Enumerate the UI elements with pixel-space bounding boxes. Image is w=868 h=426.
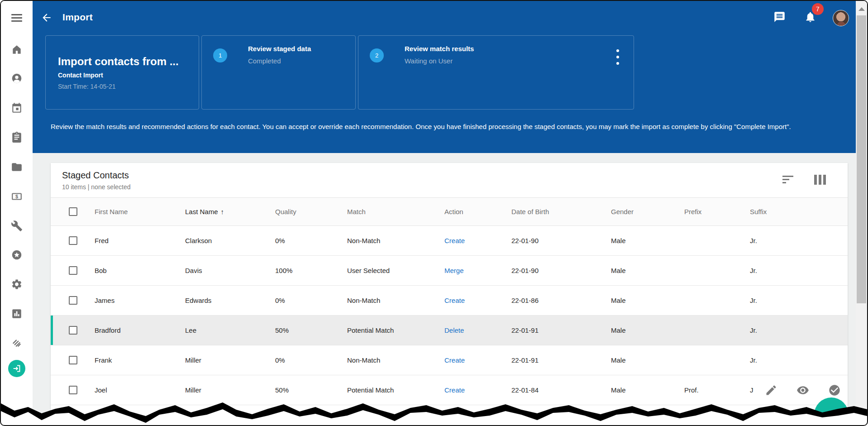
row-checkbox[interactable] bbox=[69, 326, 77, 335]
job-type: Contact Import bbox=[58, 72, 103, 79]
clipboard-icon bbox=[11, 131, 23, 143]
select-all-checkbox[interactable] bbox=[69, 207, 77, 216]
edit-button[interactable] bbox=[765, 384, 777, 397]
sidebar-item-contacts[interactable] bbox=[8, 69, 26, 87]
table-header-bar: Staged Contacts 10 items | none selected bbox=[51, 163, 848, 198]
step-status: Completed bbox=[248, 57, 281, 65]
notification-badge: 7 bbox=[812, 3, 824, 15]
wrench-icon bbox=[11, 220, 23, 232]
sidebar-item-partners[interactable] bbox=[8, 334, 26, 352]
row-checkbox[interactable] bbox=[69, 356, 77, 364]
step-title: Review staged data bbox=[248, 45, 311, 53]
kebab-menu-icon[interactable] bbox=[614, 49, 622, 65]
sidebar-item-tasks[interactable] bbox=[8, 128, 26, 146]
staged-contacts-card: Staged Contacts 10 items | none selected… bbox=[51, 163, 848, 426]
chat-button[interactable] bbox=[773, 11, 788, 25]
step-status: Waiting on User bbox=[405, 57, 453, 65]
action-link[interactable]: Merge bbox=[444, 267, 511, 274]
chat-icon bbox=[773, 11, 786, 23]
import-job-card[interactable]: Import contacts from ... Contact Import … bbox=[45, 35, 199, 110]
table-summary: 10 items | none selected bbox=[62, 183, 131, 191]
sidebar-item-favorites[interactable] bbox=[8, 246, 26, 264]
sidebar-item-settings[interactable] bbox=[8, 275, 26, 293]
table-title: Staged Contacts bbox=[62, 170, 129, 181]
action-link[interactable]: Create bbox=[444, 386, 511, 394]
col-date-of-birth[interactable]: Date of Birth bbox=[511, 208, 611, 215]
star-circle-icon bbox=[11, 249, 23, 261]
sidebar-item-tools[interactable] bbox=[8, 217, 26, 235]
table-row-selected[interactable]: Bradford Lee 50% Potential Match Delete … bbox=[51, 316, 848, 345]
back-button[interactable] bbox=[41, 12, 54, 25]
sidebar-item-import-active[interactable] bbox=[8, 360, 25, 377]
columns-icon[interactable] bbox=[814, 175, 826, 185]
calendar-icon bbox=[11, 102, 23, 114]
handshake-icon bbox=[11, 337, 23, 349]
step-card-1[interactable]: 1 Review staged data Completed bbox=[201, 35, 356, 110]
step-title: Review match results bbox=[405, 45, 474, 53]
col-action[interactable]: Action bbox=[444, 208, 511, 215]
table-row[interactable]: Fred Clarkson 0% Non-Match Create 22-01-… bbox=[51, 226, 848, 256]
col-quality[interactable]: Quality bbox=[275, 208, 347, 215]
step-number-badge: 2 bbox=[370, 48, 384, 62]
view-button[interactable] bbox=[796, 384, 809, 397]
action-link[interactable]: Delete bbox=[444, 326, 511, 334]
job-start-time: Start Time: 14-05-21 bbox=[58, 83, 116, 90]
step-number-badge: 1 bbox=[213, 48, 227, 62]
table-row[interactable]: Frank Miller 0% Non-Match Create 22-01-9… bbox=[51, 345, 848, 375]
table-header-row: First Name Last Name↑ Quality Match Acti… bbox=[51, 198, 848, 226]
sort-icon[interactable] bbox=[782, 176, 794, 185]
top-app-bar: Import 7 bbox=[33, 1, 858, 30]
accept-check-icon bbox=[828, 384, 841, 397]
row-checkbox[interactable] bbox=[69, 236, 77, 245]
sort-asc-arrow-icon: ↑ bbox=[221, 208, 224, 215]
table-row[interactable]: Joel Miller 50% Potential Match Create 2… bbox=[51, 375, 848, 405]
action-link[interactable]: Create bbox=[444, 237, 511, 244]
row-checkbox[interactable] bbox=[69, 266, 77, 275]
avatar[interactable] bbox=[833, 10, 849, 26]
col-first-name[interactable]: First Name bbox=[95, 208, 185, 215]
svg-text:$: $ bbox=[15, 194, 18, 199]
table-row[interactable]: Bob Davis 100% User Selected Merge 22-01… bbox=[51, 256, 848, 286]
folder-icon bbox=[11, 161, 23, 173]
sidebar: $ bbox=[1, 1, 33, 425]
job-title: Import contacts from ... bbox=[58, 55, 179, 68]
table-row[interactable]: James Edwards 0% Non-Match Create 22-01-… bbox=[51, 286, 848, 316]
page-header: Import 7 Import contacts from ... Contac… bbox=[33, 1, 858, 153]
scrollbar-thumb[interactable] bbox=[857, 15, 866, 303]
home-icon bbox=[11, 44, 23, 56]
sidebar-item-calendar[interactable] bbox=[8, 99, 26, 117]
step-description: Review the match results and recommended… bbox=[51, 120, 846, 134]
step-card-2[interactable]: 2 Review match results Waiting on User bbox=[358, 35, 634, 110]
vertical-scrollbar[interactable] bbox=[856, 1, 867, 425]
gear-icon bbox=[11, 278, 23, 290]
action-link[interactable]: Create bbox=[444, 297, 511, 304]
row-checkbox[interactable] bbox=[69, 296, 77, 305]
col-last-name[interactable]: Last Name↑ bbox=[185, 208, 275, 215]
edit-pencil-icon bbox=[765, 384, 777, 397]
page-title: Import bbox=[62, 12, 93, 23]
action-link[interactable]: Create bbox=[444, 356, 511, 364]
person-icon bbox=[11, 72, 23, 84]
col-suffix[interactable]: Suffix bbox=[750, 208, 848, 215]
row-checkbox[interactable] bbox=[69, 386, 77, 394]
sidebar-item-documents[interactable] bbox=[8, 158, 26, 176]
bar-chart-icon bbox=[11, 308, 23, 320]
sidebar-item-home[interactable] bbox=[8, 41, 26, 59]
scroll-up-button[interactable] bbox=[856, 4, 867, 14]
col-match[interactable]: Match bbox=[347, 208, 444, 215]
view-eye-icon bbox=[796, 384, 809, 397]
app-window: $ Import 7 bbox=[0, 0, 868, 426]
back-arrow-icon bbox=[41, 12, 52, 24]
sidebar-item-billing[interactable]: $ bbox=[8, 187, 26, 206]
menu-icon[interactable] bbox=[8, 9, 26, 27]
money-icon: $ bbox=[11, 191, 23, 202]
import-icon bbox=[12, 364, 22, 373]
up-arrow-icon bbox=[858, 7, 865, 11]
accept-button[interactable] bbox=[828, 384, 841, 397]
col-gender[interactable]: Gender bbox=[611, 208, 684, 215]
col-prefix[interactable]: Prefix bbox=[684, 208, 750, 215]
sidebar-item-reports[interactable] bbox=[8, 305, 26, 323]
